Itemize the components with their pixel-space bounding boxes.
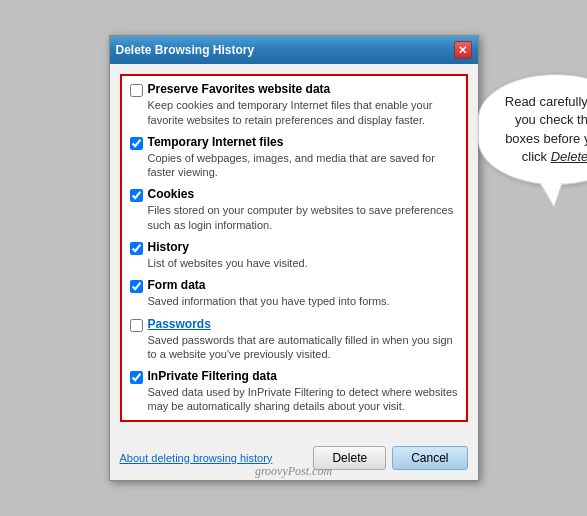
item-title-temp-files: Temporary Internet files <box>148 135 284 149</box>
item-desc-form-data: Saved information that you have typed in… <box>148 294 458 308</box>
speech-bubble: Read carefully asyou check theboxes befo… <box>478 74 588 185</box>
checkbox-item-cookies: CookiesFiles stored on your computer by … <box>130 187 458 232</box>
checkbox-row-inprivate: InPrivate Filtering data <box>130 369 458 384</box>
footer-buttons: Delete Cancel <box>313 446 467 470</box>
cancel-button[interactable]: Cancel <box>392 446 467 470</box>
item-desc-inprivate: Saved data used by InPrivate Filtering t… <box>148 385 458 414</box>
checkbox-passwords[interactable] <box>130 319 143 332</box>
checkbox-favorites[interactable] <box>130 84 143 97</box>
bubble-delete-word: Delete <box>551 149 587 164</box>
checkbox-cookies[interactable] <box>130 189 143 202</box>
item-desc-history: List of websites you have visited. <box>148 256 458 270</box>
checkbox-inprivate[interactable] <box>130 371 143 384</box>
item-desc-cookies: Files stored on your computer by website… <box>148 203 458 232</box>
about-link[interactable]: About deleting browsing history <box>120 452 273 464</box>
item-title-form-data: Form data <box>148 278 206 292</box>
checkbox-item-favorites: Preserve Favorites website dataKeep cook… <box>130 82 458 127</box>
checkbox-row-cookies: Cookies <box>130 187 458 202</box>
watermark: groovyPost.com <box>255 464 332 479</box>
checkbox-item-history: HistoryList of websites you have visited… <box>130 240 458 270</box>
checkbox-row-history: History <box>130 240 458 255</box>
dialog-content: Read carefully asyou check theboxes befo… <box>110 64 478 440</box>
outer-wrapper: Delete Browsing History ✕ Read carefully… <box>109 35 479 481</box>
dialog-window: Delete Browsing History ✕ Read carefully… <box>109 35 479 481</box>
item-title-inprivate: InPrivate Filtering data <box>148 369 277 383</box>
item-desc-passwords: Saved passwords that are automatically f… <box>148 333 458 362</box>
checkbox-row-passwords: Passwords <box>130 317 458 332</box>
close-button[interactable]: ✕ <box>454 41 472 59</box>
checkbox-history[interactable] <box>130 242 143 255</box>
checkbox-item-inprivate: InPrivate Filtering dataSaved data used … <box>130 369 458 414</box>
checkbox-item-temp-files: Temporary Internet filesCopies of webpag… <box>130 135 458 180</box>
title-bar: Delete Browsing History ✕ <box>110 36 478 64</box>
checkbox-item-passwords: PasswordsSaved passwords that are automa… <box>130 317 458 362</box>
checkbox-item-form-data: Form dataSaved information that you have… <box>130 278 458 308</box>
checkbox-row-temp-files: Temporary Internet files <box>130 135 458 150</box>
window-title: Delete Browsing History <box>116 43 255 57</box>
item-title-history: History <box>148 240 189 254</box>
checkbox-row-form-data: Form data <box>130 278 458 293</box>
options-group: Preserve Favorites website dataKeep cook… <box>120 74 468 422</box>
checkbox-form-data[interactable] <box>130 280 143 293</box>
checkbox-row-favorites: Preserve Favorites website data <box>130 82 458 97</box>
bubble-text: Read carefully asyou check theboxes befo… <box>505 94 587 164</box>
item-title-cookies: Cookies <box>148 187 195 201</box>
item-title-passwords[interactable]: Passwords <box>148 317 211 331</box>
checkbox-temp-files[interactable] <box>130 137 143 150</box>
item-desc-favorites: Keep cookies and temporary Internet file… <box>148 98 458 127</box>
item-title-favorites: Preserve Favorites website data <box>148 82 331 96</box>
item-desc-temp-files: Copies of webpages, images, and media th… <box>148 151 458 180</box>
